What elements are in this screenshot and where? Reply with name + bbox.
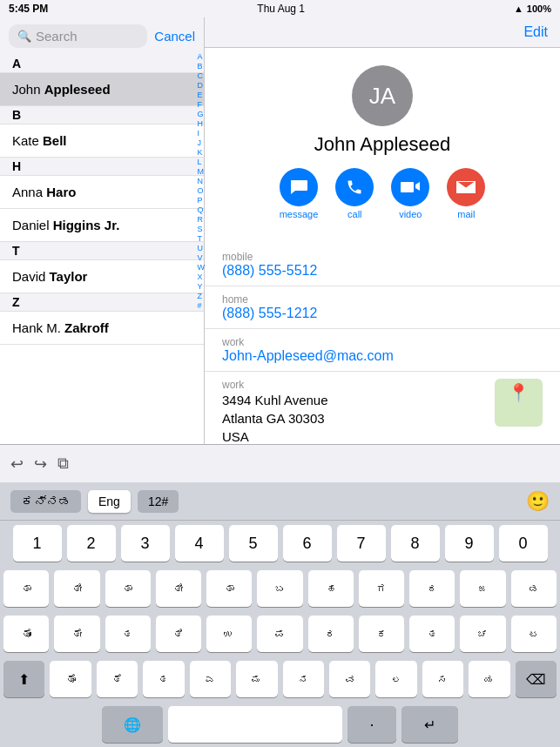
contact-item[interactable]: John Appleseed: [0, 73, 204, 106]
globe-key[interactable]: 🌐: [102, 706, 163, 743]
key-kc5[interactable]: ಮ: [236, 661, 277, 697]
key-ka4[interactable]: ತೀ: [156, 570, 201, 607]
wifi-icon: ▲: [514, 3, 523, 14]
edit-button[interactable]: Edit: [523, 24, 548, 40]
contact-last-name: Higgins Jr.: [53, 218, 120, 232]
key-8[interactable]: 8: [391, 525, 440, 562]
message-icon[interactable]: [280, 168, 318, 206]
key-ka8[interactable]: ಗ: [359, 570, 404, 607]
key-7[interactable]: 7: [337, 525, 386, 562]
key-5[interactable]: 5: [229, 525, 278, 562]
key-kc9[interactable]: ಸ: [422, 661, 463, 697]
battery-indicator: 100%: [527, 3, 551, 14]
redo-button[interactable]: ↪: [34, 454, 47, 474]
key-kb8[interactable]: ಕ: [359, 616, 404, 652]
call-icon[interactable]: [335, 168, 374, 206]
key-ka2[interactable]: ತೀ: [54, 570, 99, 607]
key-kc8[interactable]: ಲ: [375, 661, 416, 697]
english-key[interactable]: Eng: [88, 490, 131, 513]
key-kc6[interactable]: ನ: [283, 661, 324, 697]
paste-button[interactable]: ⧉: [57, 454, 69, 473]
key-1[interactable]: 1: [13, 525, 62, 562]
contact-item[interactable]: David Taylor: [0, 260, 204, 293]
section-header-z: Z: [0, 293, 204, 312]
key-3[interactable]: 3: [121, 525, 170, 562]
key-ka1[interactable]: ತಾ: [3, 570, 49, 607]
mobile-value[interactable]: (888) 555-5512: [222, 263, 543, 279]
home-phone-row: home (888) 555-1212: [205, 286, 560, 329]
emoji-key[interactable]: 🙂: [526, 490, 550, 513]
section-header-t: T: [0, 242, 204, 260]
key-ka9[interactable]: ದ: [409, 570, 455, 607]
message-action[interactable]: message: [280, 168, 319, 219]
main-container: 🔍 Search Cancel A John Appleseed B Kate …: [0, 17, 560, 453]
shift-key[interactable]: ⬆: [3, 661, 44, 697]
work-email-value[interactable]: John-Appleseed@mac.com: [222, 348, 543, 364]
key-kb3[interactable]: ತ: [105, 616, 151, 652]
cancel-button[interactable]: Cancel: [154, 29, 195, 44]
key-kb1[interactable]: ತೋ: [3, 616, 49, 652]
key-ka11[interactable]: ಡ: [511, 570, 557, 607]
key-ka6[interactable]: ಬ: [257, 570, 302, 607]
key-ka10[interactable]: ಜ: [460, 570, 505, 607]
key-kb7[interactable]: ರ: [308, 616, 354, 652]
key-4[interactable]: 4: [175, 525, 224, 562]
search-icon: 🔍: [17, 30, 31, 43]
contact-item[interactable]: Daniel Higgins Jr.: [0, 209, 204, 242]
key-kc3[interactable]: ತ: [143, 661, 184, 697]
space-key[interactable]: [168, 706, 342, 743]
section-header-a: A: [0, 55, 204, 73]
key-kb11[interactable]: ಟ: [511, 616, 557, 652]
search-input[interactable]: Search: [36, 29, 78, 44]
key-kb9[interactable]: ತ: [409, 616, 455, 652]
key-kc4[interactable]: ಎ: [190, 661, 231, 697]
contact-item[interactable]: Anna Haro: [0, 176, 204, 209]
mail-action[interactable]: mail: [447, 168, 485, 219]
contact-last-name: Bell: [43, 133, 67, 148]
call-label: call: [347, 209, 362, 219]
keyboard-area: ↩ ↪ ⧉ ಕನ್ನಡ Eng 12# 🙂 1 2 3 4 5 6 7 8 9 …: [0, 444, 560, 747]
key-kb2[interactable]: ತೇ: [54, 616, 99, 652]
key-kb5[interactable]: ಉ: [206, 616, 252, 652]
search-input-wrapper[interactable]: 🔍 Search: [9, 24, 147, 48]
key-kc10[interactable]: ಯ: [469, 661, 509, 697]
video-icon[interactable]: [391, 168, 429, 206]
key-kb4[interactable]: ತಿ: [156, 616, 201, 652]
undo-button[interactable]: ↩: [10, 454, 24, 474]
index-bar[interactable]: A B C D E F G H I J K L M N O P Q R S T …: [198, 52, 206, 310]
kannada-row-3: ⬆ ತೊ ತೆ ತ ಎ ಮ ನ ವ ಲ ಸ ಯ ⌫: [0, 656, 560, 702]
contact-first-name: John: [12, 82, 44, 97]
info-section: mobile (888) 555-5512 home (888) 555-121…: [205, 244, 560, 453]
work-address-value[interactable]: 3494 Kuhl AvenueAtlanta GA 30303USA: [222, 391, 486, 446]
contact-item[interactable]: Hank M. Zakroff: [0, 312, 204, 345]
key-kc2[interactable]: ತೆ: [97, 661, 138, 697]
work-address-text: work 3494 Kuhl AvenueAtlanta GA 30303USA: [222, 379, 486, 446]
key-ka5[interactable]: ತಾ: [206, 570, 252, 607]
key-kc7[interactable]: ವ: [329, 661, 370, 697]
contact-detail: JA John Appleseed message: [205, 48, 560, 244]
key-0[interactable]: 0: [499, 525, 548, 562]
key-kc1[interactable]: ತೊ: [50, 661, 91, 697]
key-kb6[interactable]: ಪ: [257, 616, 302, 652]
key-ka7[interactable]: ಹ: [308, 570, 354, 607]
key-6[interactable]: 6: [283, 525, 332, 562]
status-day: Thu Aug 1: [257, 3, 305, 15]
kannada-row-2: ತೋ ತೇ ತ ತಿ ಉ ಪ ರ ಕ ತ ಚ ಟ: [0, 611, 560, 656]
action-buttons: message call video: [280, 168, 486, 219]
key-ka3[interactable]: ತಾ: [105, 570, 151, 607]
contact-item[interactable]: Kate Bell: [0, 124, 204, 158]
numbers-key[interactable]: 12#: [138, 490, 179, 513]
key-kb10[interactable]: ಚ: [460, 616, 505, 652]
kannada-key[interactable]: ಕನ್ನಡ: [10, 490, 81, 513]
mail-icon[interactable]: [447, 168, 485, 206]
key-2[interactable]: 2: [67, 525, 116, 562]
period-key[interactable]: ·: [347, 706, 396, 743]
return-key[interactable]: ↵: [401, 706, 458, 743]
backspace-key[interactable]: ⌫: [516, 661, 557, 697]
video-action[interactable]: video: [391, 168, 429, 219]
work-address-map[interactable]: 📍: [495, 379, 543, 427]
home-phone-value[interactable]: (888) 555-1212: [222, 306, 543, 321]
key-9[interactable]: 9: [445, 525, 494, 562]
status-bar: 5:45 PM Thu Aug 1 ▲ 100%: [0, 0, 560, 17]
call-action[interactable]: call: [335, 168, 374, 219]
